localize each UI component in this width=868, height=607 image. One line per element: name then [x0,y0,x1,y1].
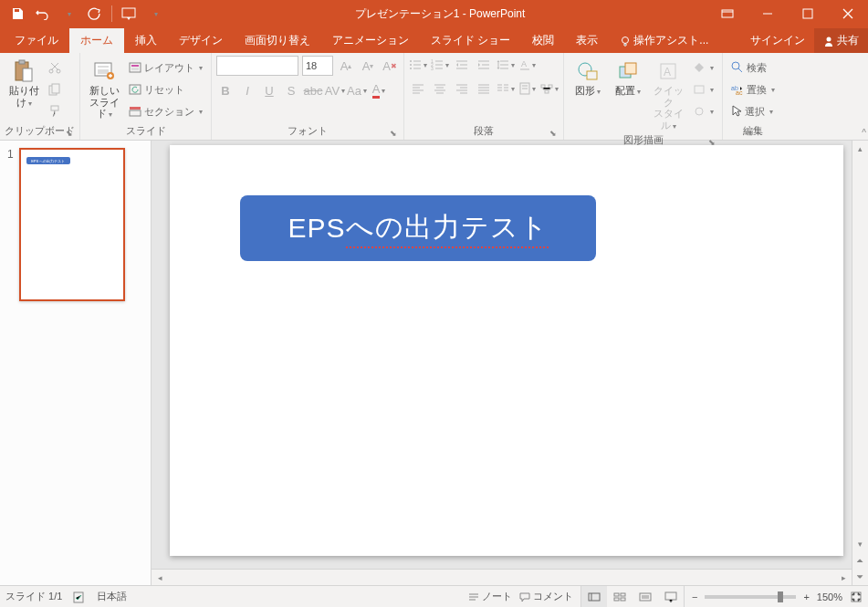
text-direction-icon[interactable]: A [518,56,537,74]
prev-slide-icon[interactable]: ⏶ [852,552,868,569]
language-indicator[interactable]: 日本語 [97,590,127,603]
tab-home[interactable]: ホーム [69,28,124,53]
reading-view-icon[interactable] [633,586,658,608]
tab-view[interactable]: 表示 [565,28,609,53]
normal-view-icon[interactable] [581,586,607,608]
dialog-launcher-icon[interactable]: ⬊ [549,129,557,138]
font-size-combo[interactable]: 18 [302,56,333,76]
char-spacing-icon[interactable]: AV [326,81,344,99]
scroll-right-icon[interactable]: ▸ [835,570,852,585]
hscroll-track[interactable] [168,570,835,585]
shadow-icon[interactable]: S [282,81,300,99]
slide-sorter-view-icon[interactable] [607,586,633,608]
scroll-left-icon[interactable]: ◂ [152,570,168,585]
undo-icon[interactable] [31,2,55,26]
justify-icon[interactable] [475,79,493,98]
italic-icon[interactable]: I [238,81,256,99]
find-button[interactable]: 検索 [727,58,779,78]
new-slide-button[interactable]: 新しい スライド [85,56,123,120]
align-text-icon[interactable] [518,79,537,98]
zoom-slider[interactable] [705,595,796,599]
replace-button[interactable]: abac置換 [727,79,779,99]
spellcheck-icon[interactable] [73,591,86,603]
tab-tellme[interactable]: 操作アシスト... [609,28,719,53]
slideshow-view-icon[interactable] [658,586,684,608]
start-from-beginning-icon[interactable] [118,2,141,26]
undo-dropdown-icon[interactable] [57,2,80,26]
qat-customize-icon[interactable] [143,2,167,26]
zoom-in-icon[interactable]: + [803,591,809,602]
increase-indent-icon[interactable] [475,56,493,74]
svg-point-3 [622,37,629,43]
collapse-ribbon-icon[interactable]: ^ [862,128,866,138]
ribbon-options-icon[interactable] [707,0,748,27]
arrange-button[interactable]: 配置 [609,56,647,97]
underline-icon[interactable]: U [260,81,278,99]
cut-icon[interactable] [45,58,65,78]
increase-font-icon[interactable]: A▴ [337,57,355,75]
slide-counter[interactable]: スライド 1/1 [5,590,62,603]
scroll-up-icon[interactable]: ▴ [852,141,868,157]
shapes-button[interactable]: 図形 [569,56,607,97]
reset-button[interactable]: リセット [125,79,206,99]
signin-link[interactable]: サインイン [741,28,814,53]
align-left-icon[interactable] [409,79,427,98]
tab-transitions[interactable]: 画面切り替え [234,28,321,53]
tab-file[interactable]: ファイル [4,28,69,53]
align-right-icon[interactable] [453,79,471,98]
dialog-launcher-icon[interactable]: ⬊ [66,129,73,138]
decrease-font-icon[interactable]: A▾ [359,57,377,75]
redo-icon[interactable] [82,2,106,26]
section-button[interactable]: セクション [125,101,206,121]
share-button[interactable]: 共有 [814,28,868,53]
shape-effects-icon[interactable] [689,101,717,121]
tab-design[interactable]: デザイン [168,28,234,53]
bullets-icon[interactable] [409,56,427,74]
bold-icon[interactable]: B [216,81,235,99]
align-center-icon[interactable] [431,79,449,98]
smartart-icon[interactable] [540,79,559,98]
numbering-icon[interactable]: 123 [431,56,449,74]
slide[interactable]: EPS への出力テスト [170,145,843,556]
tab-animations[interactable]: アニメーション [321,28,420,53]
close-icon[interactable] [828,0,868,27]
comments-button[interactable]: コメント [519,590,573,603]
next-slide-icon[interactable]: ⏷ [852,569,868,585]
zoom-thumb[interactable] [778,591,783,602]
horizontal-scrollbar[interactable]: ◂ ▸ [152,569,852,585]
shape-outline-icon[interactable] [689,79,717,99]
vscroll-track[interactable] [852,157,868,536]
save-icon[interactable] [5,2,29,26]
dialog-launcher-icon[interactable]: ⬊ [390,129,397,138]
zoom-out-icon[interactable]: − [692,591,697,602]
fit-to-window-icon[interactable] [850,591,863,603]
shape-fill-icon[interactable] [689,58,717,78]
tab-insert[interactable]: 挿入 [124,28,168,53]
clear-formatting-icon[interactable]: A✖ [381,57,399,75]
line-spacing-icon[interactable] [497,56,515,74]
strikethrough-icon[interactable]: abc [304,81,322,99]
layout-button[interactable]: レイアウト [125,58,206,78]
font-name-combo[interactable] [216,56,298,76]
notes-button[interactable]: ノート [468,590,512,603]
decrease-indent-icon[interactable] [453,56,471,74]
font-color-icon[interactable]: A [370,81,388,99]
minimize-icon[interactable] [748,0,788,27]
svg-point-41 [695,108,703,115]
format-painter-icon[interactable] [45,101,65,121]
columns-icon[interactable] [497,79,515,98]
tab-slideshow[interactable]: スライド ショー [420,28,521,53]
slide-canvas[interactable]: EPS への出力テスト [152,141,852,569]
text-box-shape[interactable]: EPS への出力テスト [240,195,596,261]
zoom-level[interactable]: 150% [817,591,842,602]
copy-icon[interactable] [45,79,65,99]
quick-styles-button[interactable]: A クイック スタイル [649,56,687,131]
tab-review[interactable]: 校閲 [521,28,565,53]
paste-button[interactable]: 貼り付け [5,56,43,108]
change-case-icon[interactable]: Aa [348,81,366,99]
scroll-down-icon[interactable]: ▾ [852,536,868,552]
maximize-icon[interactable] [788,0,828,27]
vertical-scrollbar[interactable]: ▴ ▾ ⏶ ⏷ [852,141,868,585]
slide-thumbnail[interactable]: EPS への出力テスト [19,148,125,301]
select-button[interactable]: 選択 [727,101,779,121]
